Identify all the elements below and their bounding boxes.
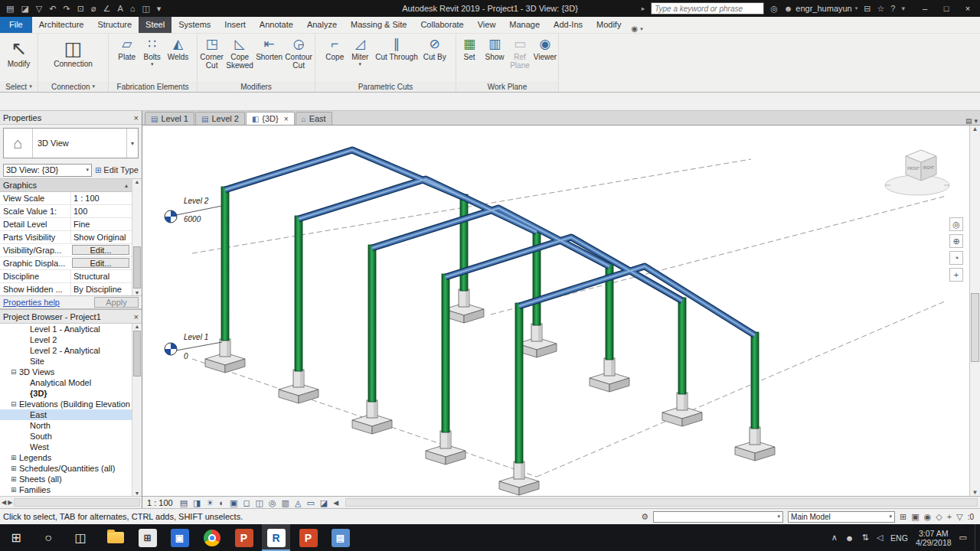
tree-item[interactable]: ⊞ Sheets (all) — [0, 474, 142, 484]
level-2-datum[interactable]: Level 2 6000 — [165, 197, 222, 223]
property-row[interactable]: Show Hidden ... By Discipline — [0, 283, 142, 295]
ribbon-button[interactable]: ∷Bolts▾ — [141, 35, 164, 68]
ribbon-button[interactable]: ◿Miter▾ — [348, 35, 371, 68]
view-tab-list-icon[interactable]: ▤ — [965, 117, 972, 125]
ribbon-button[interactable]: ▱Plate — [116, 35, 139, 62]
photos-button[interactable]: ▣ — [165, 524, 194, 551]
property-value[interactable]: Structural — [70, 270, 132, 282]
canvas-horizontal-scrollbar[interactable] — [345, 498, 978, 507]
properties-header[interactable]: Properties × — [0, 111, 142, 125]
model-viewport[interactable]: Level 2 6000 Level 1 0 — [142, 125, 980, 496]
property-row[interactable]: Discipline Structural — [0, 270, 142, 283]
ribbon-tab[interactable]: Insert — [217, 16, 253, 33]
tree-item[interactable]: West — [0, 442, 142, 452]
tree-item[interactable]: ⊞ Legends — [0, 452, 142, 463]
ribbon-button[interactable]: ▦Set — [458, 35, 481, 62]
3d-model-canvas[interactable]: Level 2 6000 Level 1 0 — [142, 126, 969, 496]
save-icon[interactable]: ▽ — [36, 0, 42, 17]
notepad-button[interactable]: ▤ — [326, 524, 354, 551]
type-selector[interactable]: ⌂ 3D View ▾ — [0, 125, 142, 161]
shadows-icon[interactable]: ◐ — [219, 497, 224, 508]
redo-icon[interactable]: ↷ — [64, 0, 70, 17]
property-row[interactable]: View Scale 1 : 100 — [0, 192, 142, 205]
steering-wheel-icon[interactable]: ◎ — [949, 217, 963, 231]
print-icon[interactable]: ⊡ — [77, 0, 84, 17]
reveal-hidden-icon[interactable]: ◎ — [269, 497, 276, 508]
tree-item[interactable]: Site — [0, 356, 142, 367]
view-tab[interactable]: ◧ {3D} × — [246, 112, 295, 125]
view-tab[interactable]: ▤ Level 2 — [195, 112, 245, 125]
properties-help-link[interactable]: Properties help — [3, 298, 60, 307]
ribbon-tab[interactable]: Massing & Site — [344, 16, 413, 33]
canvas-vertical-scrollbar[interactable]: ▲ ▼ — [969, 126, 980, 496]
view-cube[interactable]: FRONT RIGHT — [885, 150, 949, 195]
tree-item[interactable]: ⊟ 3D Views — [0, 367, 142, 377]
navigation-bar[interactable]: ◎ ⊕ ◔ + — [949, 217, 963, 282]
close-icon[interactable]: × — [134, 113, 139, 122]
tree-expand-icon[interactable]: ⊞ — [11, 484, 19, 495]
pan-icon[interactable]: + — [949, 268, 963, 282]
tree-expand-icon[interactable]: ⊞ — [11, 452, 19, 463]
ribbon-button[interactable]: ◳CornerCut — [200, 35, 224, 70]
scroll-left-icon[interactable]: ◀ — [333, 499, 338, 507]
maximize-button[interactable]: □ — [936, 0, 957, 17]
app-store-icon[interactable]: ⊟ — [864, 4, 871, 14]
tree-item[interactable]: ⊟ Elevations (Building Elevation — [0, 399, 142, 409]
ribbon-tab[interactable]: Systems — [172, 16, 217, 33]
scroll-up-icon[interactable]: ▲ — [972, 126, 978, 132]
ribbon-button[interactable]: ◫Connection — [52, 35, 94, 69]
ribbon-button[interactable]: ◶ContourCut — [285, 35, 312, 70]
search-icon[interactable]: ◎ — [770, 4, 778, 14]
scroll-down-icon[interactable]: ▼ — [135, 290, 140, 295]
constraints-icon[interactable]: ▭ — [306, 497, 314, 508]
section-header-graphics[interactable]: Graphics ▴ — [0, 179, 142, 192]
property-value[interactable]: 1 : 100 — [70, 192, 132, 204]
design-options-combobox[interactable]: Main Model ▾ — [788, 511, 895, 523]
account-menu[interactable]: ☻ engr_humayun ▾ — [784, 4, 858, 13]
tree-item[interactable]: North — [0, 420, 142, 431]
property-row[interactable]: Parts Visibility Show Original — [0, 231, 142, 244]
workflow-selector[interactable]: ◉ ▾ — [631, 24, 642, 33]
start-button[interactable]: ⊞ — [0, 524, 32, 551]
temporary-hide-icon[interactable]: ◫ — [256, 497, 263, 508]
property-row[interactable]: Graphic Displa... Edit... — [0, 257, 142, 270]
clock[interactable]: 3:07 AM 4/29/2018 — [916, 529, 952, 547]
ribbon-button[interactable]: ∥Cut Through — [374, 35, 419, 62]
taskbar-search-button[interactable]: ○ — [32, 524, 64, 551]
scroll-left-icon[interactable]: ◀ — [2, 499, 6, 506]
steel-frame-model[interactable] — [205, 150, 775, 495]
ribbon-tab[interactable]: File — [0, 16, 32, 33]
property-row[interactable]: Visibility/Grap... Edit... — [0, 244, 142, 257]
dimension-icon[interactable]: ∠ — [103, 0, 111, 17]
ribbon-tab[interactable]: Architecture — [32, 16, 91, 33]
measure-icon[interactable]: ⌀ — [91, 0, 96, 17]
ribbon-button[interactable]: ◺CopeSkewed — [226, 35, 253, 70]
property-value[interactable]: By Discipline — [70, 283, 132, 295]
tree-item[interactable]: Level 2 - Analytical — [0, 345, 142, 356]
ribbon-tab[interactable]: View — [471, 16, 503, 33]
close-button[interactable]: × — [957, 0, 978, 17]
temporary-view-properties-icon[interactable]: ▥ — [282, 497, 289, 508]
detail-level-icon[interactable]: ▤ — [180, 497, 188, 508]
ribbon-button[interactable]: ◉Viewer — [534, 35, 557, 62]
ribbon-tab[interactable]: Add-Ins — [547, 16, 590, 33]
tree-item[interactable]: {3D} — [0, 388, 142, 399]
property-row[interactable]: Scale Value 1: 100 — [0, 205, 142, 218]
customize-qat-icon[interactable]: ▾ — [157, 0, 162, 17]
property-value[interactable]: Show Original — [70, 231, 132, 243]
apply-button[interactable]: Apply — [94, 297, 139, 308]
ribbon-tab[interactable]: Annotate — [253, 16, 300, 33]
tree-item[interactable]: Level 1 - Analytical — [0, 324, 142, 334]
scroll-down-icon[interactable]: ▼ — [972, 489, 978, 496]
file-explorer-button[interactable] — [101, 524, 129, 551]
analytical-model-icon[interactable]: ◬ — [295, 497, 301, 508]
property-value[interactable]: Fine — [70, 218, 132, 230]
ribbon-tab[interactable]: Modify — [590, 16, 628, 33]
tree-expand-icon[interactable]: ⊞ — [11, 474, 19, 484]
ribbon-tab[interactable]: Manage — [502, 16, 547, 33]
network-icon[interactable]: ⇅ — [861, 533, 868, 543]
tree-item[interactable]: East — [0, 409, 142, 420]
show-crop-icon[interactable]: ◻ — [243, 497, 250, 508]
volume-icon[interactable]: ◁ — [877, 533, 883, 543]
concrete-footings[interactable] — [205, 289, 775, 495]
